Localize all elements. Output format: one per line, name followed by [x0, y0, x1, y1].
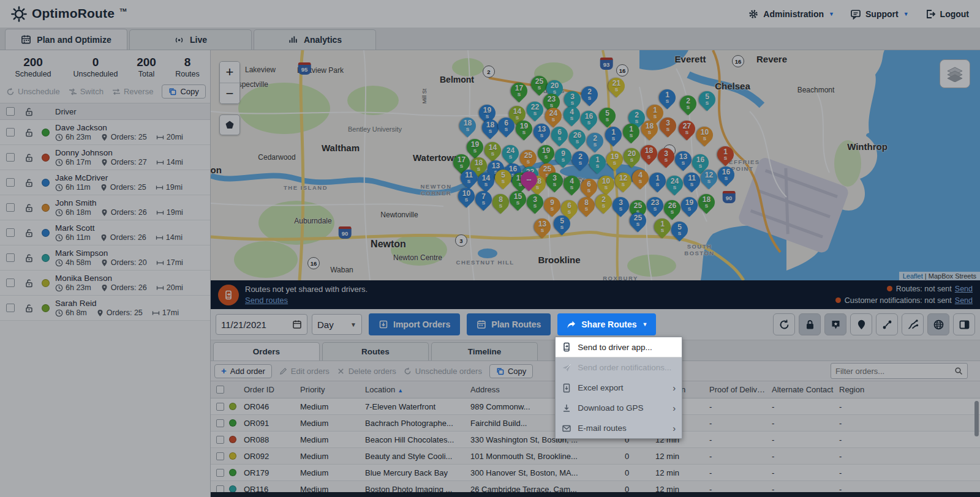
order-map-marker[interactable]: 11S	[457, 166, 480, 189]
driver-checkbox[interactable]	[6, 228, 15, 237]
select-all-checkbox[interactable]	[6, 107, 15, 116]
map-style-toggle-button[interactable]	[927, 313, 949, 335]
leaflet-link[interactable]: Leaflet	[903, 272, 923, 280]
logout-button[interactable]: Logout	[925, 9, 969, 20]
driver-row[interactable]: Monika Benson 6h 23m Orders: 26 20mi	[0, 271, 210, 296]
date-picker[interactable]	[216, 314, 307, 335]
order-map-marker[interactable]: 1S	[714, 143, 737, 166]
edit-orders-button[interactable]: Edit orders	[279, 367, 330, 376]
order-row[interactable]: OR092 Medium Beauty and Style Cooli... 1…	[211, 448, 980, 465]
driver-row[interactable]: Mark Simpson 4h 58m Orders: 20 17mi	[0, 245, 210, 271]
copy-routes-button[interactable]: Copy	[162, 84, 205, 99]
order-row[interactable]: OR179 Medium Blue Mercury Back Bay 300 H…	[211, 465, 980, 481]
order-map-marker[interactable]: 19S	[512, 117, 535, 140]
menu-item-e-mail-routes[interactable]: E-mail routes›	[556, 418, 682, 438]
unschedule-orders-button[interactable]: Unschedule orders	[404, 367, 482, 376]
order-map-marker[interactable]: 24S	[663, 172, 686, 195]
order-map-marker[interactable]: 1S	[619, 120, 643, 143]
order-map-marker[interactable]: 12S	[697, 166, 720, 189]
driver-row[interactable]: Sarah Reid 6h 8m Orders: 25 17mi	[0, 296, 210, 321]
order-map-marker[interactable]: 5S	[668, 218, 691, 241]
date-input[interactable]	[221, 320, 288, 330]
order-map-marker[interactable]: 5S	[595, 104, 619, 127]
order-map-marker[interactable]: 6S	[494, 114, 518, 137]
order-map-marker[interactable]: 7S	[472, 187, 495, 211]
order-map-marker[interactable]: 13S	[671, 148, 695, 171]
order-map-marker[interactable]: 18S	[638, 117, 661, 140]
order-map-marker[interactable]: 10S	[594, 172, 617, 195]
order-map-marker[interactable]: 4S	[560, 103, 583, 126]
send-routes-link[interactable]: Send routes	[245, 296, 288, 305]
tab-live[interactable]: Live	[129, 29, 252, 50]
order-map-marker[interactable]: 13S	[530, 215, 554, 238]
driver-checkbox[interactable]	[6, 153, 15, 162]
driver-checkbox[interactable]	[6, 304, 15, 312]
order-map-marker[interactable]: 25S	[626, 209, 649, 232]
range-select[interactable]: Day ▼	[312, 314, 362, 335]
order-map-marker[interactable]: 5S	[550, 212, 573, 235]
order-checkbox[interactable]	[216, 452, 224, 460]
column-header[interactable]: Proof of Delivery	[709, 385, 772, 394]
lock-open-icon[interactable]	[24, 278, 34, 288]
lock-open-icon[interactable]	[24, 228, 34, 237]
tab-routes[interactable]: Routes	[322, 342, 429, 361]
order-map-marker[interactable]: 10S	[454, 184, 478, 207]
column-header[interactable]: Priority	[300, 385, 365, 394]
reverse-button[interactable]: Reverse	[112, 87, 153, 96]
map-canvas[interactable]: EverettRevereChelseaWinthropBelmontWater…	[211, 50, 980, 280]
order-map-marker[interactable]: 18S	[456, 114, 479, 137]
order-map-marker[interactable]: 2S	[578, 83, 601, 106]
column-header[interactable]: Region	[839, 385, 980, 394]
order-map-marker[interactable]: 14S	[474, 169, 497, 192]
order-map-marker[interactable]: 1S	[650, 215, 674, 238]
driver-row[interactable]: John Smith 6h 18m Orders: 26 19mi	[0, 195, 210, 220]
import-orders-button[interactable]: Import Orders	[369, 313, 460, 335]
order-map-marker[interactable]: 18S	[695, 190, 718, 214]
menu-item-excel-export[interactable]: Excel export›	[556, 378, 682, 398]
order-map-marker[interactable]: 17S	[507, 79, 530, 102]
zoom-out-button[interactable]: −	[220, 83, 239, 103]
lock-open-icon[interactable]	[24, 304, 34, 313]
menu-item-send-order-notifications[interactable]: Send order notifications...	[556, 357, 682, 378]
order-map-marker[interactable]: 9S	[540, 193, 564, 217]
order-map-marker[interactable]: 21S	[605, 74, 628, 97]
lock-open-icon[interactable]	[24, 128, 34, 137]
refresh-button[interactable]	[773, 313, 795, 335]
driver-checkbox[interactable]	[6, 178, 15, 187]
order-row[interactable]: OR116 Medium Boston Photo Imaging ... 26…	[211, 481, 980, 492]
order-map-marker[interactable]: 1S	[646, 169, 669, 192]
send-notifications-link[interactable]: Send	[955, 296, 973, 305]
order-map-marker[interactable]: 18S	[637, 141, 660, 165]
panel-toggle-button[interactable]	[953, 313, 975, 335]
order-map-marker[interactable]: 13S	[530, 120, 553, 143]
select-all-orders-checkbox[interactable]	[216, 386, 224, 394]
order-checkbox[interactable]	[216, 403, 224, 411]
send-routes-status-link[interactable]: Send	[955, 285, 973, 293]
tab-plan-and-optimize[interactable]: Plan and Optimize	[5, 29, 127, 50]
lock-open-icon[interactable]	[24, 153, 34, 162]
tab-orders[interactable]: Orders	[213, 342, 320, 361]
driver-checkbox[interactable]	[6, 203, 15, 212]
order-map-marker[interactable]: 22S	[523, 98, 546, 121]
route-stops-toggle-button[interactable]	[876, 313, 898, 335]
switch-button[interactable]: Switch	[69, 87, 104, 96]
order-map-marker[interactable]: 1S	[601, 123, 625, 146]
order-map-marker[interactable]: 19S	[603, 148, 626, 171]
order-map-marker[interactable]: 2S	[583, 129, 606, 152]
copy-orders-button[interactable]: Copy	[489, 364, 533, 378]
order-map-marker[interactable]: 5S	[695, 88, 718, 111]
order-map-marker[interactable]: 20S	[620, 144, 643, 168]
order-map-marker[interactable]: 2S	[676, 92, 699, 115]
order-map-marker[interactable]: 1S	[586, 151, 609, 174]
order-map-marker[interactable]: 2S	[592, 190, 615, 214]
order-map-marker[interactable]: 3S	[654, 144, 677, 168]
markers-toggle-button[interactable]	[850, 313, 872, 335]
driver-checkbox[interactable]	[6, 278, 15, 287]
order-map-marker[interactable]: 3S	[656, 114, 679, 137]
tab-analytics[interactable]: Analytics	[254, 29, 376, 50]
order-map-marker[interactable]: 19S	[677, 193, 701, 217]
order-map-marker[interactable]: 3S	[523, 190, 546, 214]
order-map-marker[interactable]: 4S	[560, 172, 583, 195]
order-checkbox[interactable]	[216, 419, 224, 427]
lock-open-icon[interactable]	[24, 178, 34, 187]
